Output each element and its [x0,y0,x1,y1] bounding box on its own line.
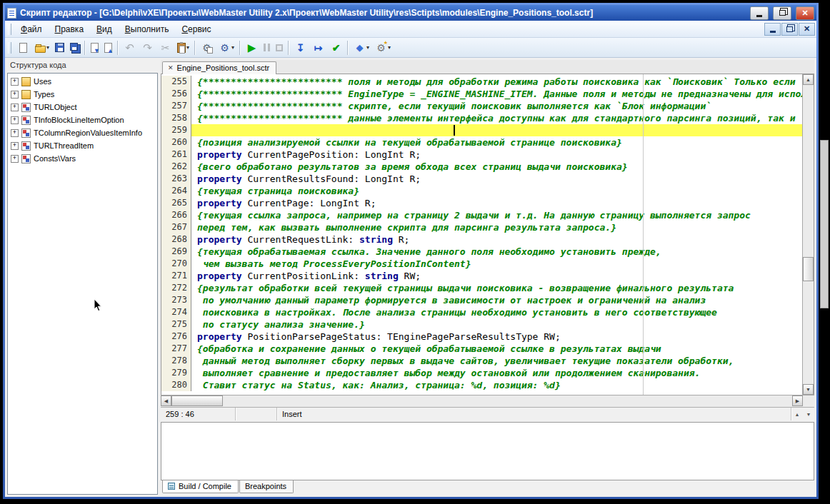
line-number[interactable]: 276 [161,331,191,343]
code-text[interactable]: property PositionParsePageStatus: TEngin… [191,331,802,343]
line-number[interactable]: 262 [161,161,191,173]
tab-build-compile[interactable]: Build / Compile [162,480,239,493]
menu-item-file[interactable]: Файл [14,22,49,36]
line-number[interactable]: 258 [161,112,191,124]
expand-icon[interactable] [11,116,19,124]
tree-item-consts-vars[interactable]: Consts\Vars [8,152,157,165]
code-text[interactable]: {текущая ссылка запроса, например на стр… [191,209,802,221]
expand-icon[interactable] [11,78,19,86]
line-number[interactable]: 265 [161,197,191,209]
line-number[interactable]: 267 [161,221,191,233]
code-text[interactable]: {************************* данные элемен… [191,112,802,124]
line-number[interactable]: 274 [161,306,191,318]
code-structure-tree[interactable]: UsesTypesTURLObjectTInfoBlockLineItemOpt… [7,73,158,495]
horizontal-scroll-thumb[interactable] [171,395,223,406]
code-text[interactable]: {текущая страница поисковика} [191,185,802,197]
code-text[interactable]: property CurrentPage: LongInt R; [191,197,802,209]
toolbar-grip[interactable] [8,42,11,54]
menu-item-run[interactable]: Выполнить [119,22,176,36]
code-text[interactable]: {************************* поля и методы… [191,76,802,88]
code-editor[interactable]: 255{************************* поля и мет… [161,74,814,395]
code-text[interactable]: {всего обработано результатов за время о… [191,161,802,173]
line-number[interactable]: 256 [161,88,191,100]
line-number[interactable]: 268 [161,233,191,246]
line-number[interactable]: 261 [161,148,191,161]
close-tab-icon[interactable] [168,65,174,71]
close-button[interactable]: ✕ [796,6,814,20]
code-text[interactable]: {************************* EngineType = … [191,88,802,100]
code-text[interactable]: поисковика в настройках. После анализа с… [191,306,802,318]
code-text[interactable]: перед тем, как вызвать выполнение скрипт… [191,221,802,233]
code-text[interactable]: по умолчанию данный параметр формируется… [191,294,802,306]
export-button[interactable] [102,39,114,56]
tree-item-tinfoblocklineitemoption[interactable]: TInfoBlockLineItemOption [8,114,157,126]
tree-item-turlobject[interactable]: TURLObject [8,101,157,114]
code-text[interactable]: по статусу анализа значение.} [191,318,802,331]
new-button[interactable] [15,39,31,56]
line-number[interactable]: 279 [161,367,191,379]
tree-item-types[interactable]: Types [8,88,157,101]
mdi-restore-button[interactable] [781,23,798,36]
step-over-button[interactable] [310,39,326,56]
pause-button[interactable] [261,39,272,56]
title-bar[interactable]: Скрипт редактор - [G:\Delphi\vXE\Проекты… [5,5,816,21]
line-number[interactable]: 260 [161,136,191,148]
tree-item-uses[interactable]: Uses [8,75,157,88]
undo-button[interactable] [121,39,138,56]
expand-icon[interactable] [11,155,19,163]
scroll-down-icon[interactable] [803,384,814,395]
line-number[interactable]: 257 [161,100,191,112]
build-button[interactable]: ▾ [216,39,236,56]
tab-breakpoints[interactable]: Breakpoints [239,480,294,493]
step-into-button[interactable] [292,39,309,56]
code-text[interactable] [191,124,802,136]
menu-item-view[interactable]: Вид [90,22,119,36]
code-text[interactable]: property CurrentPositionLink: string RW; [191,270,802,282]
mdi-close-button[interactable]: ✕ [799,23,815,36]
line-number[interactable]: 272 [161,282,191,294]
panel-up-button[interactable] [791,408,803,420]
mdi-minimize-button[interactable] [764,23,781,36]
horizontal-scrollbar[interactable] [161,395,803,407]
navigate-button[interactable]: ▾ [351,39,371,56]
line-number[interactable]: 277 [161,343,191,355]
paste-button[interactable]: ▾ [175,39,191,56]
vertical-scroll-thumb[interactable] [803,257,814,281]
line-number[interactable]: 264 [161,185,191,197]
expand-icon[interactable] [11,91,19,99]
code-text[interactable]: property CurrentPagePosition: LongInt R; [191,148,802,161]
scroll-up-icon[interactable] [803,74,814,85]
line-number[interactable]: 278 [161,355,191,367]
code-text[interactable]: данный метод выполняет сборку первых в в… [191,355,802,367]
run-button[interactable] [244,39,260,56]
code-text[interactable]: property CurrentResultsFound: LongInt R; [191,173,802,185]
menu-grip[interactable] [8,24,11,35]
import-button[interactable] [89,39,101,56]
options-button[interactable]: ▾ [373,39,393,56]
line-number[interactable]: 280 [161,379,191,391]
menu-item-service[interactable]: Сервис [175,22,217,36]
expand-icon[interactable] [11,129,19,137]
save-button[interactable] [53,39,66,56]
tree-item-tcolumnregionvaluesiteminfo[interactable]: TColumnRegionValuesItemInfo [8,126,157,139]
code-text[interactable]: {************************* скрипте, если… [191,100,802,112]
code-text[interactable]: {результат обработки всей текущей страни… [191,282,802,294]
line-number[interactable]: 273 [161,294,191,306]
validate-button[interactable] [328,39,344,56]
line-number[interactable]: 275 [161,318,191,331]
line-number[interactable]: 255 [161,76,191,88]
code-text[interactable]: {обработка и сохранение данных о текущей… [191,343,802,355]
line-number[interactable]: 259 [161,124,191,136]
code-text[interactable]: property CurrentRequestLink: string R; [191,233,802,246]
line-number[interactable]: 270 [161,258,191,270]
code-text[interactable]: {текущая обрабатываемая ссылка. Значение… [191,246,802,258]
code-text[interactable]: Ставит статус на Status, как: Анализ, ст… [191,379,802,391]
line-number[interactable]: 271 [161,270,191,282]
redo-button[interactable] [139,39,156,56]
restore-button[interactable] [773,6,791,20]
code-text[interactable]: {позиция анализируемой ссылки на текущей… [191,136,802,148]
stop-button[interactable] [274,39,285,56]
tree-item-turlthreaditem[interactable]: TURLThreadItem [8,139,157,152]
line-number[interactable]: 263 [161,173,191,185]
code-text[interactable]: выполняет сравнение и предоставляет выбо… [191,367,802,379]
